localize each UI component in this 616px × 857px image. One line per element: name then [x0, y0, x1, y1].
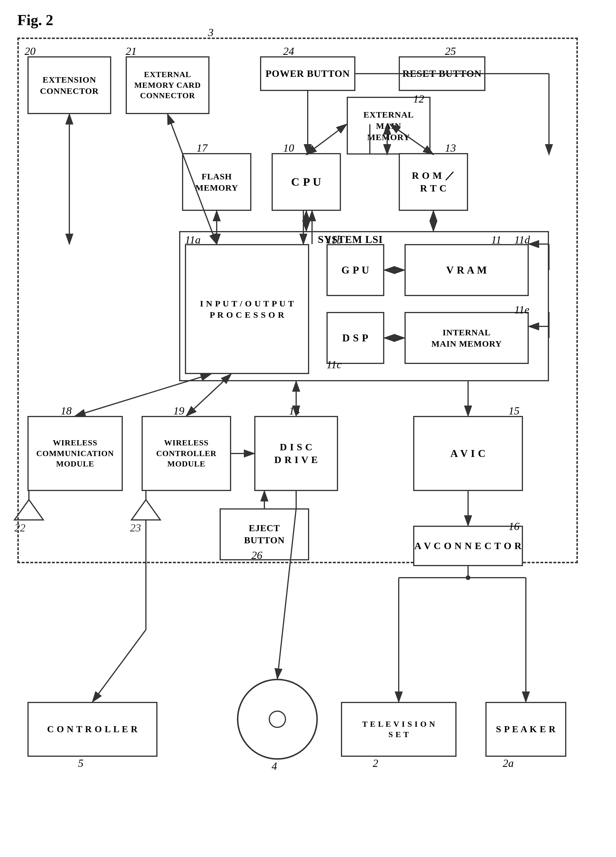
external-main-memory-block: EXTERNALMAINMEMORY — [347, 97, 430, 155]
speaker-block: S P E A K E R — [485, 702, 566, 757]
ref-11b: 11b — [327, 234, 342, 246]
ref-13: 13 — [445, 142, 456, 154]
wireless-controller-block: WIRELESSCONTROLLERMODULE — [142, 416, 231, 491]
ref-11a: 11a — [185, 234, 201, 246]
svg-line-38 — [93, 630, 146, 702]
ref-20: 20 — [25, 45, 36, 57]
internal-main-memory-block: INTERNALMAIN MEMORY — [404, 312, 529, 364]
ref-16: 16 — [509, 520, 520, 533]
disc-drive-block: D I S CD R I V E — [254, 416, 338, 491]
cpu-block: C P U — [272, 153, 341, 211]
av-ic-block: A V I C — [413, 416, 523, 491]
ref-2: 2 — [373, 757, 378, 769]
fig-label: Fig. 2 — [17, 12, 53, 29]
ref-11e: 11e — [514, 303, 529, 316]
ref-11d: 11d — [514, 234, 530, 246]
wireless-comm-block: WIRELESSCOMMUNICATIONMODULE — [28, 416, 123, 491]
ref-25: 25 — [445, 45, 456, 57]
io-processor-block: I N P U T / O U T P U TP R O C E S S O R — [185, 244, 309, 374]
ref-26: 26 — [251, 549, 262, 562]
eject-button-block: EJECTBUTTON — [220, 508, 309, 560]
external-memory-block: EXTERNALMEMORY CARDCONNECTOR — [126, 56, 209, 114]
vram-block: V R A M — [404, 244, 529, 296]
reset-button-block: RESET BUTTON — [399, 56, 485, 91]
dsp-block: D S P — [327, 312, 384, 364]
power-button-block: POWER BUTTON — [260, 56, 355, 91]
svg-point-40 — [466, 575, 471, 580]
av-connector-block: A V C O N N E C T O R — [413, 526, 523, 566]
ref-4: 4 — [272, 760, 277, 772]
ref-2a: 2a — [503, 757, 514, 769]
ref-15: 15 — [509, 404, 520, 417]
gpu-block: G P U — [327, 244, 384, 296]
ref-5: 5 — [78, 757, 84, 769]
ref-12: 12 — [413, 93, 424, 105]
ref-18: 18 — [61, 404, 72, 417]
ref-17: 17 — [197, 142, 207, 154]
ref-19: 19 — [173, 404, 184, 417]
extension-connector-block: EXTENSIONCONNECTOR — [28, 56, 111, 114]
ref-21: 21 — [126, 45, 137, 57]
flash-memory-block: FLASHMEMORY — [182, 153, 251, 211]
ref-10: 10 — [283, 142, 294, 154]
ref-3: 3 — [208, 26, 214, 39]
ref-11c: 11c — [327, 358, 342, 371]
disc-shape — [237, 679, 318, 760]
television-set-block: T E L E V I S I O NS E T — [341, 702, 457, 757]
ref-14: 14 — [289, 404, 300, 417]
controller-block: C O N T R O L L E R — [28, 702, 158, 757]
rom-rtc-block: R O M ／R T C — [399, 153, 468, 211]
ref-24: 24 — [283, 45, 294, 57]
